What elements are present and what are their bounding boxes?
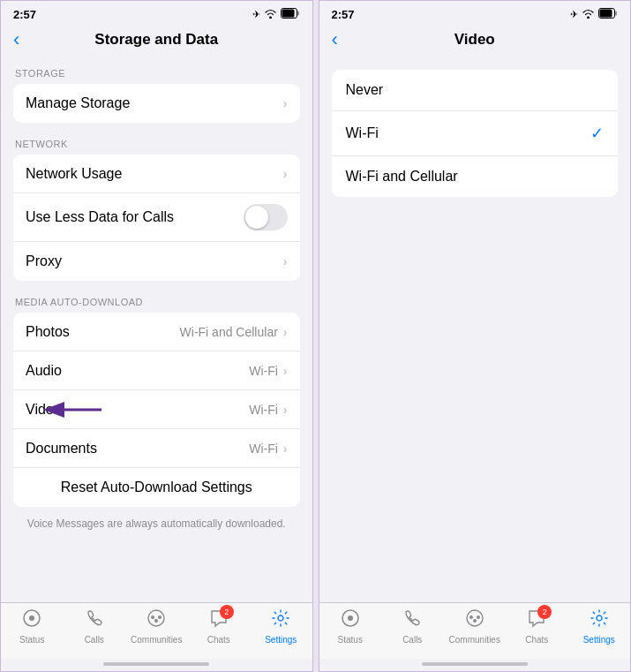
status-time-right: 2:57	[332, 8, 355, 21]
tab-status-label-left: Status	[19, 635, 44, 645]
calls-icon-left	[85, 608, 104, 633]
svg-point-8	[151, 615, 154, 619]
documents-right: Wi-Fi ›	[249, 442, 287, 456]
audio-item[interactable]: Audio Wi-Fi ›	[13, 351, 300, 390]
svg-point-9	[158, 615, 162, 619]
video-chevron: ›	[283, 403, 288, 417]
video-never-label: Never	[346, 82, 384, 98]
storage-group: Manage Storage ›	[13, 84, 300, 123]
tab-communities-left[interactable]: Communities	[125, 608, 188, 645]
back-button-left[interactable]: ‹	[13, 30, 19, 49]
media-group: Photos Wi-Fi and Cellular › Audio Wi-Fi …	[13, 313, 300, 507]
storage-section-label: STORAGE	[1, 56, 312, 84]
chats-icon-right: 2	[527, 608, 546, 633]
media-section-label: MEDIA AUTO-DOWNLOAD	[1, 284, 312, 313]
airplane-icon-right: ✈	[570, 9, 578, 20]
reset-item[interactable]: Reset Auto-Download Settings	[13, 468, 300, 507]
use-less-data-toggle[interactable]	[244, 204, 288, 230]
status-icons-left: ✈	[252, 8, 300, 20]
chats-badge-right: 2	[537, 605, 552, 619]
tab-settings-left[interactable]: Settings	[250, 608, 312, 645]
reset-label: Reset Auto-Download Settings	[61, 479, 252, 495]
video-option-never[interactable]: Never	[332, 70, 619, 111]
documents-label: Documents	[26, 441, 97, 457]
tab-communities-right[interactable]: Communities	[444, 608, 507, 645]
right-panel: 2:57 ✈ ‹ Video	[319, 0, 632, 672]
audio-chevron: ›	[283, 364, 288, 378]
svg-point-6	[29, 615, 34, 621]
svg-point-18	[469, 615, 473, 619]
video-item[interactable]: Video Wi-Fi ›	[13, 390, 300, 429]
chats-badge-left: 2	[220, 605, 234, 619]
status-time-left: 2:57	[13, 8, 36, 21]
tab-calls-left[interactable]: Calls	[64, 608, 126, 645]
tab-status-left[interactable]: Status	[1, 608, 64, 645]
tab-calls-label-left: Calls	[85, 635, 104, 645]
svg-point-7	[148, 610, 164, 626]
network-usage-item[interactable]: Network Usage ›	[13, 155, 300, 193]
home-indicator-right	[319, 659, 631, 671]
manage-storage-item[interactable]: Manage Storage ›	[13, 84, 300, 123]
home-bar-right	[422, 662, 528, 666]
audio-right: Wi-Fi ›	[249, 364, 287, 378]
video-options-group: Never Wi-Fi ✓ Wi-Fi and Cellular	[332, 70, 619, 197]
network-usage-label: Network Usage	[26, 166, 122, 182]
svg-rect-14	[600, 10, 612, 18]
photos-label: Photos	[26, 324, 70, 340]
tab-settings-right[interactable]: Settings	[568, 608, 631, 645]
documents-chevron: ›	[283, 442, 288, 456]
content-left: STORAGE Manage Storage › NETWORK Network…	[1, 56, 312, 602]
manage-storage-right: ›	[283, 96, 288, 110]
use-less-data-label: Use Less Data for Calls	[26, 209, 174, 225]
tab-chats-left[interactable]: 2 Chats	[188, 608, 251, 645]
status-icons-right: ✈	[570, 8, 618, 20]
tab-calls-right[interactable]: Calls	[381, 608, 444, 645]
tab-chats-right[interactable]: 2 Chats	[506, 608, 568, 645]
video-option-wifi[interactable]: Wi-Fi ✓	[332, 111, 619, 156]
photos-value: Wi-Fi and Cellular	[180, 325, 278, 339]
tab-status-label-right: Status	[338, 635, 363, 645]
tab-chats-label-left: Chats	[207, 635, 230, 645]
network-section-label: NETWORK	[1, 126, 312, 155]
tab-calls-label-right: Calls	[402, 635, 422, 645]
wifi-checkmark: ✓	[590, 124, 604, 143]
status-bar-right: 2:57 ✈	[319, 1, 631, 26]
video-option-wifi-cellular[interactable]: Wi-Fi and Cellular	[332, 156, 619, 197]
wifi-icon-right	[582, 8, 595, 20]
chats-icon-left: 2	[209, 608, 229, 633]
svg-rect-1	[297, 11, 299, 16]
video-right: Wi-Fi ›	[249, 403, 287, 417]
calls-icon-right	[402, 608, 422, 633]
battery-icon	[281, 8, 300, 20]
nav-title-left: Storage and Data	[94, 31, 218, 49]
status-icon-right	[341, 608, 360, 633]
svg-point-17	[467, 610, 483, 626]
video-wifi-cellular-label: Wi-Fi and Cellular	[346, 169, 458, 185]
documents-item[interactable]: Documents Wi-Fi ›	[13, 429, 300, 468]
nav-title-right: Video	[454, 31, 495, 49]
network-group: Network Usage › Use Less Data for Calls …	[13, 155, 300, 281]
airplane-icon: ✈	[252, 9, 260, 20]
communities-icon-right	[465, 608, 485, 633]
photos-item[interactable]: Photos Wi-Fi and Cellular ›	[13, 313, 300, 351]
network-usage-right: ›	[283, 167, 288, 181]
nav-bar-left: ‹ Storage and Data	[1, 26, 312, 56]
toggle-knob	[245, 206, 268, 229]
svg-point-20	[473, 619, 477, 623]
svg-point-21	[597, 615, 602, 621]
tab-status-right[interactable]: Status	[319, 608, 382, 645]
documents-value: Wi-Fi	[249, 442, 278, 456]
proxy-item[interactable]: Proxy ›	[13, 242, 300, 281]
tab-communities-label-right: Communities	[449, 635, 500, 645]
video-label: Video	[26, 402, 62, 418]
proxy-right: ›	[283, 254, 288, 268]
tab-chats-label-right: Chats	[525, 635, 548, 645]
photos-chevron: ›	[283, 325, 288, 339]
content-right: Never Wi-Fi ✓ Wi-Fi and Cellular	[319, 56, 631, 602]
nav-bar-right: ‹ Video	[319, 26, 631, 56]
video-value: Wi-Fi	[249, 403, 278, 417]
tab-bar-right: Status Calls Communities	[319, 602, 631, 659]
battery-icon-right	[598, 8, 618, 20]
status-icon-left	[22, 608, 41, 633]
back-button-right[interactable]: ‹	[332, 30, 338, 49]
